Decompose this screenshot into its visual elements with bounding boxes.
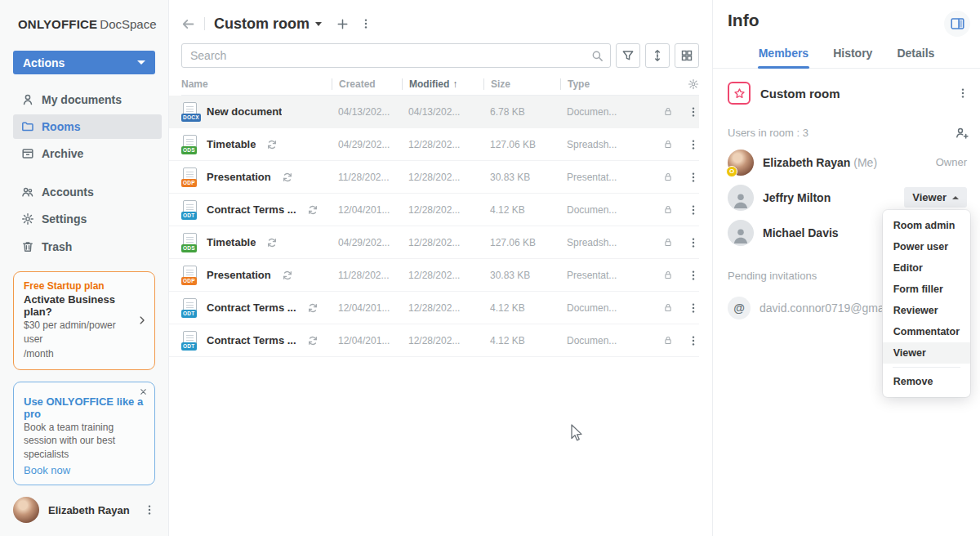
tab-details[interactable]: Details [896,40,935,68]
nav-group-gap [0,168,168,179]
file-type-icon: ODS [181,134,198,155]
sidebar-item-accounts[interactable]: Accounts [13,181,162,204]
file-row[interactable]: ODP Presentation 11/28/202... 12/28/202.… [169,161,699,194]
docspace-app: ONLYOFFICEDocSpace Actions My documents … [0,0,980,536]
file-row[interactable]: ODP Presentation 11/28/202... 12/28/202.… [169,259,699,292]
column-header-created[interactable]: Created [332,78,402,90]
file-name[interactable]: Contract Terms ... [207,334,296,346]
row-context-menu-icon[interactable] [688,204,699,216]
file-modified: 12/28/202... [402,302,483,314]
plan-price-line2: /month [24,347,131,361]
tab-members[interactable]: Members [758,40,809,68]
file-row[interactable]: ODT Contract Terms ... 12/04/201... 12/2… [169,194,699,226]
menu-divider [893,367,960,368]
file-name[interactable]: Timetable [207,236,256,248]
sidebar-item-archive[interactable]: Archive [13,142,162,166]
file-type: Documen... [560,204,658,216]
row-context-menu-icon[interactable] [688,237,699,248]
file-name[interactable]: New document [207,105,282,118]
file-type: Presentat... [560,172,658,183]
header-context-menu-icon[interactable] [360,18,372,29]
file-name[interactable]: Presentation [207,171,271,183]
menu-item-remove[interactable]: Remove [883,371,970,392]
lock-icon[interactable] [663,172,673,182]
file-type-icon: ODP [181,167,198,188]
menu-item-editor[interactable]: Editor [883,257,970,279]
file-row[interactable]: ODS Timetable 04/29/202... 12/28/202... … [169,226,699,259]
close-icon[interactable] [140,388,147,395]
row-context-menu-icon[interactable] [688,106,699,118]
column-header-size[interactable]: Size [483,78,560,90]
search-input[interactable] [182,44,610,67]
menu-item-commentator[interactable]: Commentator [883,321,970,342]
file-type-icon: ODT [181,330,198,351]
file-name[interactable]: Presentation [207,269,271,281]
lock-icon[interactable] [663,302,673,313]
sort-button[interactable] [645,43,670,68]
member-role-label: Owner [936,156,967,168]
menu-item-power-user[interactable]: Power user [883,236,970,257]
column-header-modified[interactable]: Modified↑ [402,78,483,90]
member-name: Michael Davis [763,226,839,239]
filter-button[interactable] [616,43,640,68]
title-caret-down-icon[interactable] [315,22,322,26]
lock-icon[interactable] [663,237,673,248]
row-context-menu-icon[interactable] [688,302,699,314]
file-name[interactable]: Timetable [207,138,256,150]
tab-history[interactable]: History [832,40,873,68]
file-modified: 12/28/202... [402,335,483,346]
modified-label: Modified [409,78,449,90]
sidebar-item-my-documents[interactable]: My documents [13,87,162,111]
actions-button[interactable]: Actions [13,51,155,74]
row-context-menu-icon[interactable] [688,172,699,183]
back-button[interactable] [181,17,195,31]
column-header-name[interactable]: Name [181,78,332,90]
column-header-type[interactable]: Type [560,78,658,90]
file-row[interactable]: ODS Timetable 04/29/202... 12/28/202... … [169,128,699,161]
sidebar-item-rooms[interactable]: Rooms [13,114,162,138]
user-profile-footer[interactable]: Elizabeth Rayan [0,485,168,536]
add-button[interactable] [336,18,349,30]
menu-item-viewer[interactable]: Viewer [883,342,970,364]
file-row[interactable]: DOCX New document 04/13/202... 04/13/202… [169,96,699,128]
profile-context-menu-icon[interactable] [144,504,155,516]
file-created: 04/13/202... [332,106,402,118]
file-size: 30.83 KB [483,270,560,281]
row-context-menu-icon[interactable] [688,335,699,346]
room-context-menu-icon[interactable] [957,87,969,99]
menu-item-room-admin[interactable]: Room admin [883,215,970,236]
file-row[interactable]: ODT Contract Terms ... 12/04/201... 12/2… [169,324,699,357]
sidebar-item-trash[interactable]: Trash [13,234,162,258]
filter-icon [621,49,635,62]
add-user-icon[interactable] [955,126,969,140]
sidebar-item-settings[interactable]: Settings [13,208,162,231]
app-logo[interactable]: ONLYOFFICEDocSpace [0,0,168,44]
panel-toggle-button[interactable] [944,11,970,37]
file-name[interactable]: Contract Terms ... [207,203,296,216]
table-settings-gear-icon[interactable] [688,78,699,90]
upgrade-plan-banner[interactable]: Free Startup plan Activate Business plan… [13,271,155,369]
lock-icon[interactable] [663,106,673,117]
row-context-menu-icon[interactable] [688,139,699,150]
page-title[interactable]: Custom room [214,16,310,33]
file-row[interactable]: ODT Contract Terms ... 12/04/201... 12/2… [169,292,699,324]
menu-item-reviewer[interactable]: Reviewer [883,300,970,321]
owner-badge-icon: O [726,166,737,177]
trash-icon [21,240,34,253]
lock-icon[interactable] [663,270,673,280]
file-created: 12/04/201... [332,335,402,346]
role-dropdown-menu: Room admin Power user Editor Form filler… [883,210,970,397]
lock-icon[interactable] [663,204,673,215]
file-name[interactable]: Contract Terms ... [207,302,296,314]
room-name: Custom room [760,87,840,100]
file-modified: 12/28/202... [402,204,483,216]
lock-icon[interactable] [663,139,673,150]
row-context-menu-icon[interactable] [688,270,699,281]
lock-icon[interactable] [663,335,673,346]
menu-item-form-filler[interactable]: Form filler [883,279,970,300]
book-now-link[interactable]: Book now [24,464,145,476]
role-selector-button[interactable]: Viewer [904,187,967,208]
search-icon [591,50,604,62]
training-title: Use ONLYOFFICE like a pro [24,395,145,420]
grid-view-button[interactable] [675,43,699,68]
